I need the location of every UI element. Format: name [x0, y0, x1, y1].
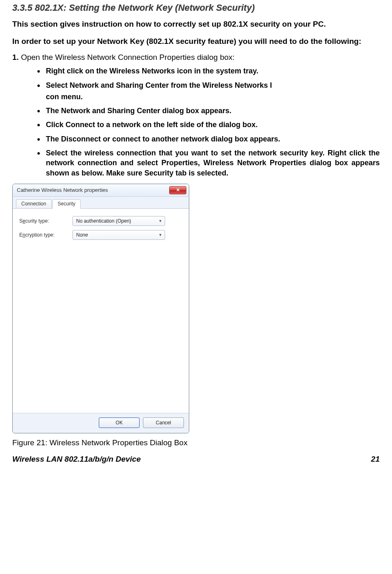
close-button[interactable]: ✕ [169, 186, 186, 194]
cancel-button[interactable]: Cancel [143, 417, 184, 428]
list-item: The Disconnect or connect to another net… [37, 134, 380, 144]
step-1: 1. Open the Wireless Network Connection … [12, 53, 380, 62]
dialog-footer: OK Cancel [13, 413, 189, 433]
tab-connection[interactable]: Connection [16, 199, 52, 208]
list-item: Click Connect to a network on the left s… [37, 120, 380, 130]
tab-strip: Connection Security [13, 197, 189, 209]
label-accelerator: n [23, 232, 25, 238]
footer-left: Wireless LAN 802.11a/b/g/n Device [12, 455, 140, 464]
close-icon: ✕ [176, 187, 180, 193]
encryption-type-combobox[interactable]: None ▼ [73, 230, 165, 240]
label-fragment: E [19, 232, 23, 238]
wireless-network-properties-dialog: Catherine Wireless Network properties ✕ … [12, 184, 189, 433]
chevron-down-icon: ▼ [159, 233, 162, 237]
chevron-down-icon: ▼ [159, 219, 162, 223]
intro-paragraph-2: In order to set up your Network Key (802… [12, 36, 380, 47]
page-footer: Wireless LAN 802.11a/b/g/n Device 21 [12, 455, 380, 464]
footer-page-number: 21 [371, 455, 380, 464]
section-heading: 3.3.5 802.1X: Setting the Network Key (N… [12, 2, 380, 13]
label-fragment: S [19, 218, 23, 224]
row-encryption-type: Encryption type: None ▼ [19, 230, 182, 240]
tab-panel-security: Security type: No authentication (Open) … [13, 209, 189, 413]
dialog-title: Catherine Wireless Network properties [17, 187, 108, 193]
combobox-value: No authentication (Open) [76, 218, 131, 224]
label-accelerator: e [23, 218, 25, 224]
label-encryption-type: Encryption type: [19, 232, 73, 238]
security-type-combobox[interactable]: No authentication (Open) ▼ [73, 216, 165, 226]
step-number: 1. [12, 53, 19, 61]
label-fragment: curity type: [25, 218, 49, 224]
ok-button[interactable]: OK [99, 417, 140, 428]
step-text: Open the Wireless Network Connection Pro… [21, 53, 235, 61]
label-fragment: cryption type: [25, 232, 54, 238]
tab-security[interactable]: Security [52, 199, 81, 209]
dialog-titlebar: Catherine Wireless Network properties ✕ [13, 184, 189, 197]
intro-paragraph-1: This section gives instruction on how to… [12, 19, 380, 30]
row-security-type: Security type: No authentication (Open) … [19, 216, 182, 226]
label-security-type: Security type: [19, 218, 73, 224]
figure-caption: Figure 21: Wireless Network Properties D… [12, 438, 380, 447]
list-item: Select Network and Sharing Center from t… [37, 80, 380, 90]
bullet-list: Right click on the Wireless Networks ico… [12, 66, 380, 178]
list-item: Select the wireless connection that you … [37, 148, 380, 178]
list-item: Right click on the Wireless Networks ico… [37, 66, 380, 76]
list-item-continuation: con menu. [37, 92, 380, 102]
combobox-value: None [76, 232, 88, 238]
list-item: The Network and Sharing Center dialog bo… [37, 106, 380, 116]
